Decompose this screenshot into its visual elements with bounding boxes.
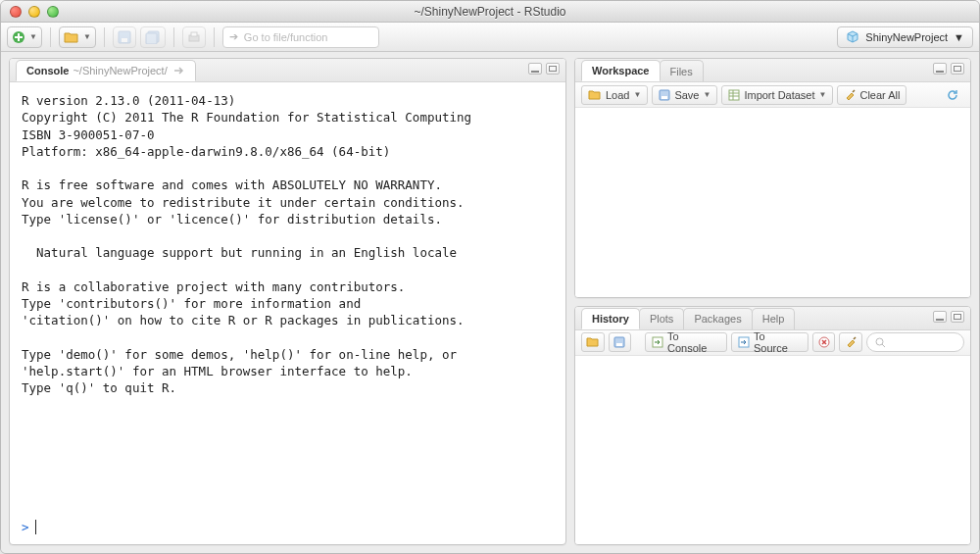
separator xyxy=(104,27,105,47)
workspace-body[interactable] xyxy=(575,108,970,297)
tab-files-label: Files xyxy=(670,66,693,77)
history-tabstrip: History Plots Packages Help xyxy=(575,307,970,330)
remove-x-icon xyxy=(818,336,830,348)
separator xyxy=(214,27,215,47)
project-switcher-button[interactable]: ShinyNewProject ▼ xyxy=(837,26,973,48)
open-file-button[interactable]: ▼ xyxy=(59,26,96,48)
import-table-icon xyxy=(728,89,740,101)
text-cursor xyxy=(35,520,36,534)
pane-minimize-button[interactable] xyxy=(933,311,947,323)
popout-icon[interactable] xyxy=(173,66,185,76)
svg-line-18 xyxy=(882,344,885,347)
load-history-button[interactable] xyxy=(581,332,605,352)
dropdown-caret-icon: ▼ xyxy=(819,90,827,99)
svg-rect-8 xyxy=(662,96,667,99)
pane-maximize-button[interactable] xyxy=(951,311,964,323)
workspace-body: Console ~/ShinyNewProject/ R version 2.1… xyxy=(1,52,979,553)
print-button[interactable] xyxy=(182,26,206,48)
search-icon xyxy=(875,337,886,348)
tab-packages[interactable]: Packages xyxy=(683,308,752,329)
workspace-toolbar: Load ▼ Save ▼ Import Dataset ▼ xyxy=(575,82,970,108)
new-file-button[interactable]: ▼ xyxy=(7,26,42,48)
folder-open-icon xyxy=(64,31,79,43)
console-output[interactable]: R version 2.13.0 (2011-04-13) Copyright … xyxy=(10,82,565,520)
tab-workspace[interactable]: Workspace xyxy=(581,60,661,81)
titlebar: ~/ShinyNewProject - RStudio xyxy=(1,1,979,23)
console-tabstrip: Console ~/ShinyNewProject/ xyxy=(10,59,565,82)
svg-rect-9 xyxy=(729,90,739,100)
to-console-label: To Console xyxy=(667,330,720,354)
clear-history-button[interactable] xyxy=(839,332,862,352)
project-name: ShinyNewProject xyxy=(865,31,948,43)
tab-help-label: Help xyxy=(762,313,785,325)
dropdown-caret-icon: ▼ xyxy=(29,32,37,41)
tab-console[interactable]: Console ~/ShinyNewProject/ xyxy=(16,60,196,81)
app-window: ~/ShinyNewProject - RStudio ▼ ▼ ➔ Go to … xyxy=(0,0,980,554)
to-console-button[interactable]: To Console xyxy=(645,332,727,352)
tab-help[interactable]: Help xyxy=(752,308,796,329)
tab-console-label: Console xyxy=(26,65,69,76)
refresh-icon xyxy=(946,88,959,102)
history-toolbar: To Console To Source xyxy=(575,330,970,356)
pane-minimize-button[interactable] xyxy=(933,63,947,75)
load-workspace-button[interactable]: Load ▼ xyxy=(581,85,648,105)
to-source-icon xyxy=(738,336,750,348)
tab-history[interactable]: History xyxy=(581,308,640,329)
save-all-button[interactable] xyxy=(140,26,166,48)
clear-all-button[interactable]: Clear All xyxy=(837,85,906,105)
save-all-disk-icon xyxy=(145,30,161,44)
window-title: ~/ShinyNewProject - RStudio xyxy=(1,5,979,19)
import-dataset-button[interactable]: Import Dataset ▼ xyxy=(721,85,833,105)
close-window-button[interactable] xyxy=(10,6,22,18)
separator xyxy=(50,27,51,47)
dropdown-caret-icon: ▼ xyxy=(954,31,964,43)
to-source-button[interactable]: To Source xyxy=(731,332,808,352)
folder-open-icon xyxy=(588,89,602,101)
goto-arrow-icon: ➔ xyxy=(229,30,238,43)
history-search-input[interactable] xyxy=(866,332,964,352)
refresh-button[interactable] xyxy=(941,85,964,105)
console-prompt-line[interactable]: > xyxy=(10,520,565,544)
separator xyxy=(173,27,174,47)
console-prompt: > xyxy=(22,520,29,534)
zoom-window-button[interactable] xyxy=(47,6,59,18)
save-history-button[interactable] xyxy=(609,332,632,352)
goto-placeholder: Go to file/function xyxy=(244,31,328,43)
broom-icon xyxy=(844,89,856,101)
goto-file-function-input[interactable]: ➔ Go to file/function xyxy=(222,26,379,48)
dropdown-caret-icon: ▼ xyxy=(633,90,641,99)
save-label: Save xyxy=(674,89,699,101)
workspace-tabstrip: Workspace Files xyxy=(575,59,970,82)
svg-point-17 xyxy=(876,338,883,345)
remove-entry-button[interactable] xyxy=(812,332,836,352)
tab-packages-label: Packages xyxy=(694,313,741,325)
pane-minimize-button[interactable] xyxy=(528,63,542,75)
minimize-window-button[interactable] xyxy=(28,6,40,18)
tab-plots-label: Plots xyxy=(650,313,673,325)
tab-plots[interactable]: Plots xyxy=(639,308,684,329)
to-source-label: To Source xyxy=(754,330,802,354)
save-button[interactable] xyxy=(113,26,136,48)
save-workspace-button[interactable]: Save ▼ xyxy=(652,85,717,105)
pane-maximize-button[interactable] xyxy=(951,63,964,75)
svg-rect-4 xyxy=(146,33,157,44)
folder-open-icon xyxy=(586,336,600,348)
save-disk-icon xyxy=(613,336,625,348)
import-label: Import Dataset xyxy=(744,89,814,101)
console-panel: Console ~/ShinyNewProject/ R version 2.1… xyxy=(9,58,566,545)
load-label: Load xyxy=(606,89,629,101)
history-body[interactable] xyxy=(575,356,970,545)
save-disk-icon xyxy=(118,30,131,44)
project-cube-icon xyxy=(846,30,859,44)
pane-maximize-button[interactable] xyxy=(546,63,560,75)
tab-history-label: History xyxy=(592,313,629,325)
pane-window-controls xyxy=(933,63,964,75)
pane-window-controls xyxy=(528,63,560,75)
new-file-plus-icon xyxy=(12,30,25,44)
history-panel: History Plots Packages Help xyxy=(574,306,971,546)
main-toolbar: ▼ ▼ ➔ Go to file/function Shiny xyxy=(1,23,979,52)
tab-files[interactable]: Files xyxy=(660,60,704,81)
workspace-panel: Workspace Files Load ▼ xyxy=(574,58,971,298)
print-icon xyxy=(187,30,201,44)
svg-rect-2 xyxy=(122,38,127,42)
